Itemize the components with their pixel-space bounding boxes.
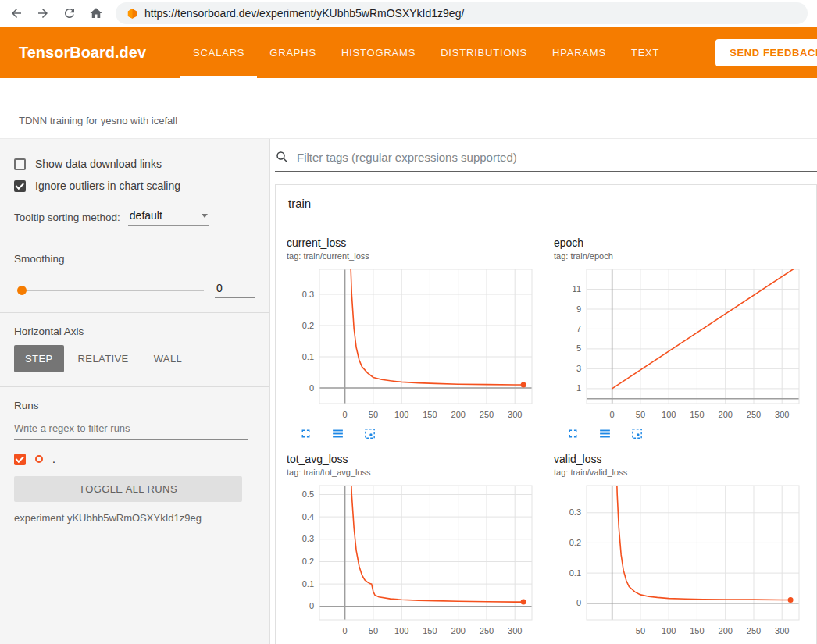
run-color-swatch (35, 455, 43, 463)
runs-filter-input[interactable] (14, 419, 248, 440)
ignore-outliers-row: Ignore outliers in chart scaling (0, 175, 269, 197)
chart-card-current-loss: current_loss tag: train/current_loss 00.… (282, 237, 543, 443)
experiment-description: TDNN training for yesno with icefall (19, 115, 177, 126)
browser-toolbar: https://tensorboard.dev/experiment/yKUbh… (0, 0, 817, 27)
svg-text:7: 7 (576, 324, 581, 333)
smoothing-row: 0 (0, 265, 269, 298)
back-icon[interactable] (9, 6, 23, 20)
tab-text[interactable]: TEXT (619, 27, 672, 78)
svg-text:150: 150 (690, 410, 704, 419)
log-scale-button[interactable] (331, 427, 344, 440)
svg-text:200: 200 (719, 626, 733, 635)
svg-text:300: 300 (775, 410, 789, 419)
svg-text:150: 150 (423, 410, 437, 419)
home-icon[interactable] (89, 6, 103, 20)
chart-title: valid_loss (549, 453, 810, 465)
show-downloads-row: Show data download links (0, 153, 269, 175)
tab-hparams[interactable]: HPARAMS (540, 27, 619, 78)
log-scale-button[interactable] (598, 427, 612, 440)
toggle-all-runs-button[interactable]: TOGGLE ALL RUNS (14, 476, 242, 502)
line-chart-epoch[interactable]: 1357911050100150200250300 (549, 265, 807, 423)
nav-tabs: SCALARS GRAPHS HISTOGRAMS DISTRIBUTIONS … (180, 27, 672, 78)
app-header: TensorBoard.dev SCALARS GRAPHS HISTOGRAM… (0, 27, 817, 78)
tooltip-sorting-label: Tooltip sorting method: (14, 212, 120, 226)
chart-toolbar (282, 639, 543, 644)
chart-title: tot_avg_loss (282, 453, 543, 465)
svg-text:300: 300 (508, 410, 522, 419)
svg-text:150: 150 (423, 626, 437, 635)
reload-icon[interactable] (62, 6, 77, 20)
fit-to-data-icon (630, 427, 644, 440)
line-chart-valid-loss[interactable]: 00.10.20.350100150200250300 (549, 482, 807, 639)
chart-toolbar (549, 423, 810, 443)
tab-histograms[interactable]: HISTOGRAMS (329, 27, 428, 78)
lines-icon (598, 427, 612, 440)
send-feedback-button[interactable]: SEND FEEDBACK (715, 39, 817, 66)
tab-distributions[interactable]: DISTRIBUTIONS (428, 27, 540, 78)
svg-text:300: 300 (775, 626, 789, 635)
svg-text:0.2: 0.2 (569, 538, 581, 547)
svg-text:200: 200 (719, 410, 733, 419)
svg-text:0.3: 0.3 (302, 534, 314, 543)
smoothing-value-input[interactable]: 0 (215, 282, 255, 298)
run-checkbox[interactable] (14, 454, 26, 465)
slider-thumb[interactable] (17, 286, 27, 295)
screen: https://tensorboard.dev/experiment/yKUbh… (0, 0, 817, 644)
ignore-outliers-checkbox[interactable] (14, 180, 26, 192)
tag-filter-row (275, 150, 817, 172)
main-panel: train current_loss tag: train/current_lo… (270, 139, 817, 644)
train-group-header[interactable]: train (276, 185, 816, 222)
url-text: https://tensorboard.dev/experiment/yKUbh… (144, 7, 464, 20)
chart-card-epoch: epoch tag: train/epoch 13579110501001502… (549, 237, 810, 443)
smoothing-slider[interactable] (19, 290, 204, 291)
svg-text:0: 0 (343, 410, 348, 419)
fit-domain-button[interactable] (630, 427, 644, 440)
svg-text:50: 50 (369, 410, 378, 419)
ignore-outliers-label: Ignore outliers in chart scaling (35, 180, 180, 192)
svg-text:300: 300 (508, 626, 522, 635)
wall-button[interactable]: WALL (143, 345, 194, 372)
show-downloads-checkbox[interactable] (14, 158, 26, 170)
smoothing-label: Smoothing (0, 240, 269, 265)
step-button[interactable]: STEP (14, 345, 64, 372)
search-icon (275, 150, 289, 164)
line-chart-tot-avg-loss[interactable]: 00.10.20.30.40.5050100150200250300 (282, 482, 540, 639)
chart-card-valid-loss: valid_loss tag: train/valid_loss 00.10.2… (549, 453, 810, 644)
svg-text:0: 0 (309, 383, 314, 393)
address-bar[interactable]: https://tensorboard.dev/experiment/yKUbh… (116, 2, 808, 24)
svg-text:0.1: 0.1 (569, 568, 581, 578)
horizontal-axis-buttons: STEP RELATIVE WALL (0, 337, 269, 372)
charts-grid: current_loss tag: train/current_loss 00.… (276, 222, 816, 644)
svg-text:11: 11 (573, 284, 581, 294)
experiment-description-bar: TDNN training for yesno with icefall (0, 78, 817, 139)
fit-to-data-icon (363, 427, 376, 440)
chart-toolbar (549, 639, 810, 644)
app-title[interactable]: TensorBoard.dev (19, 27, 146, 78)
svg-text:0.1: 0.1 (302, 352, 314, 361)
train-group-card: train current_loss tag: train/current_lo… (275, 184, 817, 644)
fullscreen-icon (299, 427, 312, 440)
svg-text:250: 250 (480, 410, 494, 419)
runs-label: Runs (0, 387, 269, 411)
tab-graphs[interactable]: GRAPHS (257, 27, 329, 78)
svg-text:0.2: 0.2 (302, 321, 314, 330)
run-row: . (0, 440, 269, 465)
sidebar: Show data download links Ignore outliers… (0, 139, 270, 644)
expand-chart-button[interactable] (299, 427, 312, 440)
expand-chart-button[interactable] (566, 427, 580, 440)
tooltip-sorting-value: default (130, 209, 162, 222)
svg-text:1: 1 (576, 383, 581, 393)
tag-filter-input[interactable] (297, 151, 817, 164)
tab-scalars[interactable]: SCALARS (180, 27, 257, 78)
svg-text:0.5: 0.5 (302, 489, 314, 499)
svg-text:200: 200 (451, 410, 466, 419)
relative-button[interactable]: RELATIVE (67, 345, 140, 372)
svg-text:0: 0 (576, 598, 581, 607)
svg-text:0.4: 0.4 (302, 512, 314, 521)
tooltip-sorting-dropdown[interactable]: default (128, 209, 209, 226)
forward-icon[interactable] (36, 6, 50, 20)
show-downloads-label: Show data download links (35, 158, 162, 170)
fit-domain-button[interactable] (363, 427, 376, 440)
tooltip-sorting-row: Tooltip sorting method: default (0, 197, 269, 226)
line-chart-current-loss[interactable]: 00.10.20.3050100150200250300 (282, 265, 540, 423)
